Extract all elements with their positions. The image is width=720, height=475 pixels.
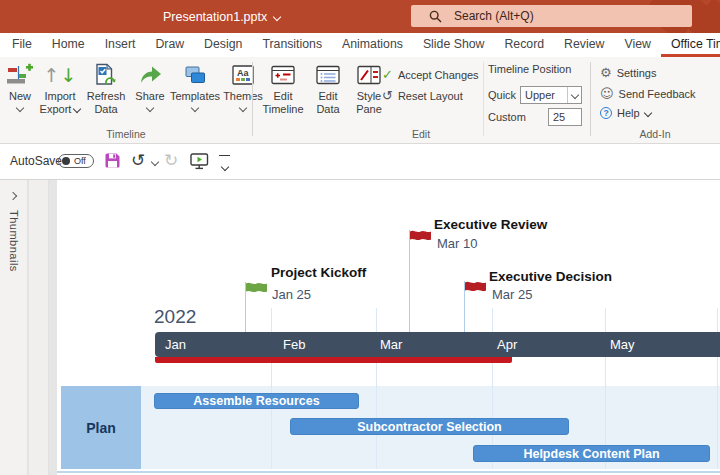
milestone-flag-executive-decision[interactable] [465, 279, 486, 295]
expand-pane-icon[interactable] [9, 192, 17, 200]
accept-changes-label: Accept Changes [398, 69, 479, 81]
templates-button[interactable]: Templates [170, 60, 220, 115]
custom-position-input[interactable]: 25 [548, 108, 582, 126]
tab-animations[interactable]: Animations [332, 33, 413, 57]
customize-qat-button[interactable] [219, 155, 230, 174]
undo-dropdown-chevron[interactable] [151, 158, 159, 166]
undo-button[interactable]: ↺ [131, 150, 145, 170]
milestone-flag-executive-review[interactable] [410, 228, 431, 244]
ribbon-group-timeline: New ↑↓ Import Export [2, 60, 266, 115]
tab-file[interactable]: File [2, 33, 42, 57]
send-feedback-button[interactable]: ☺ Send Feedback [600, 86, 696, 101]
document-title-label: Presentation1.pptx [163, 10, 267, 24]
month-label-apr: Apr [497, 337, 517, 352]
ribbon-group-edit: Edit Timeline Edit Data [258, 60, 390, 115]
timeline-position-title: Timeline Position [488, 63, 571, 75]
group-separator [590, 62, 591, 136]
save-button[interactable] [104, 152, 121, 173]
reset-layout-label: Reset Layout [398, 90, 463, 102]
milestone-title[interactable]: Project Kickoff [271, 265, 366, 280]
reset-icon: ↺ [382, 88, 393, 103]
style-pane-icon [357, 60, 381, 90]
custom-position-value: 25 [553, 111, 565, 123]
edit-data-label2: Data [316, 103, 339, 116]
autosave-label: AutoSave [10, 154, 62, 168]
tab-record[interactable]: Record [494, 33, 554, 57]
tab-review[interactable]: Review [554, 33, 614, 57]
refresh-data-button[interactable]: Refresh Data [82, 60, 130, 115]
help-button[interactable]: ? Help [600, 107, 696, 119]
reset-layout-button[interactable]: ↺ Reset Layout [382, 88, 479, 103]
timeline-year-label[interactable]: 2022 [154, 306, 196, 328]
templates-label: Templates [170, 90, 220, 103]
milestone-date[interactable]: Mar 25 [492, 287, 532, 302]
smiley-icon: ☺ [600, 86, 614, 101]
search-input[interactable]: Search (Alt+Q) [411, 5, 692, 27]
group-label-addin: Add-In [590, 128, 720, 140]
month-label-mar: Mar [380, 337, 402, 352]
select-dropdown-button[interactable] [567, 87, 581, 103]
share-label: Share [135, 90, 164, 103]
task-bar-helpdesk-content-plan[interactable]: Helpdesk Content Plan [473, 445, 710, 462]
slide-canvas[interactable]: Plan 2022 Jan Feb Mar Apr May [57, 180, 720, 475]
tab-draw[interactable]: Draw [145, 33, 194, 57]
refresh-data-icon [95, 60, 117, 90]
milestone-title[interactable]: Executive Review [434, 217, 547, 232]
themes-label: Themes [223, 90, 263, 103]
document-title[interactable]: Presentation1.pptx [163, 0, 280, 33]
settings-button[interactable]: ⚙ Settings [600, 65, 696, 80]
accept-changes-button[interactable]: ✓ Accept Changes [382, 67, 479, 82]
quick-label: Quick [488, 89, 516, 101]
elapsed-time-bar[interactable] [155, 357, 512, 363]
new-button[interactable]: New [2, 60, 38, 115]
milestone-date[interactable]: Jan 25 [272, 287, 311, 302]
toggle-knob [62, 157, 70, 165]
task-bar-assemble-resources[interactable]: Assemble Resources [154, 393, 359, 409]
tab-design[interactable]: Design [194, 33, 252, 57]
help-icon: ? [600, 107, 612, 119]
tab-home[interactable]: Home [42, 33, 95, 57]
refresh-label2: Data [94, 103, 117, 116]
start-slideshow-button[interactable] [190, 153, 209, 174]
tab-office-timeline-pro[interactable]: Office Timeline Pro+ [661, 33, 720, 57]
redo-button[interactable]: ↻ [164, 150, 178, 170]
thumbnails-pane-label: Thumbnails [8, 210, 20, 272]
chevron-down-icon [570, 91, 578, 99]
pane-divider[interactable] [29, 180, 49, 475]
custom-label: Custom [488, 111, 526, 123]
tab-view[interactable]: View [614, 33, 660, 57]
group-separator [483, 62, 484, 136]
edit-timeline-button[interactable]: Edit Timeline [258, 60, 308, 115]
milestone-flag-project-kickoff[interactable] [246, 280, 267, 296]
autosave-toggle[interactable]: Off [58, 154, 94, 168]
milestone-title[interactable]: Executive Decision [489, 269, 612, 284]
edit-data-button[interactable]: Edit Data [308, 60, 348, 115]
chevron-down-icon [239, 103, 247, 111]
chevron-down-icon [73, 105, 81, 113]
thumbnails-pane-collapsed[interactable]: Thumbnails [0, 180, 28, 475]
templates-icon [183, 60, 207, 90]
search-placeholder: Search (Alt+Q) [454, 9, 534, 23]
group-separator [252, 62, 253, 136]
chevron-down-icon [146, 103, 154, 111]
svg-text:Aa: Aa [237, 68, 249, 78]
timeline-band[interactable]: Jan Feb Mar Apr May [155, 332, 720, 357]
month-label-feb: Feb [283, 337, 305, 352]
tab-insert[interactable]: Insert [95, 33, 146, 57]
import-export-icon: ↑↓ [44, 60, 77, 90]
chevron-down-icon [273, 12, 281, 20]
share-button[interactable]: Share [130, 60, 170, 115]
milestone-date[interactable]: Mar 10 [437, 236, 477, 251]
quick-access-toolbar: AutoSave Off ↺ ↻ [0, 144, 720, 180]
tab-slide-show[interactable]: Slide Show [413, 33, 495, 57]
quick-position-select[interactable]: Upper [520, 86, 582, 104]
month-label-jan: Jan [165, 337, 186, 352]
style-pane-label2: Pane [356, 103, 382, 116]
tab-transitions[interactable]: Transitions [252, 33, 332, 57]
new-timeline-icon [7, 60, 33, 90]
chevron-down-icon [191, 103, 199, 111]
import-export-button[interactable]: ↑↓ Import Export [38, 60, 82, 115]
task-bar-subcontractor-selection[interactable]: Subcontractor Selection [290, 418, 569, 435]
swimlane-plan-header[interactable]: Plan [61, 386, 141, 469]
settings-label: Settings [617, 67, 657, 79]
